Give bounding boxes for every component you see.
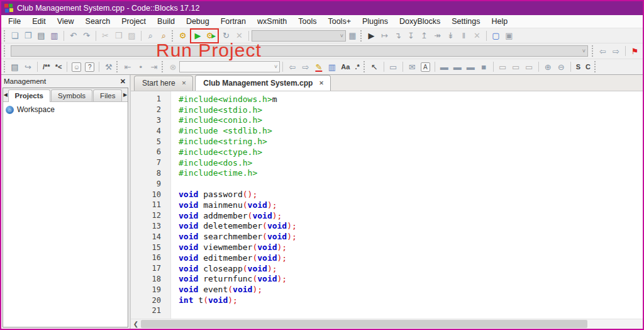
menu-wxsmith[interactable]: wxSmith bbox=[252, 16, 292, 27]
code-line[interactable]: 19void event(void); bbox=[131, 284, 643, 295]
wxsmith-border-right-button[interactable]: ▭ bbox=[509, 60, 523, 73]
code-line[interactable]: 9 bbox=[131, 178, 643, 189]
tab-files[interactable]: Files bbox=[93, 89, 122, 101]
code-line[interactable]: 14void searchmember(void); bbox=[131, 231, 643, 242]
menu-file[interactable]: File bbox=[3, 16, 26, 27]
menu-tools-[interactable]: Tools+ bbox=[322, 16, 356, 27]
tab-close-icon[interactable]: ✕ bbox=[182, 80, 187, 86]
search-selection-only-button[interactable]: ▥ bbox=[325, 60, 338, 73]
zoom-out-button[interactable]: ⊖ bbox=[555, 60, 568, 73]
tabs-scroll-right-icon[interactable]: ▶ bbox=[123, 88, 128, 101]
jump-marker-icon[interactable]: • bbox=[134, 60, 147, 73]
wxsmith-sizer-h-button[interactable]: ▬ bbox=[438, 60, 451, 73]
doxy-extract-docs-button[interactable]: ▤ bbox=[8, 60, 21, 73]
wxsmith-border-all-button[interactable]: ▭ bbox=[523, 60, 536, 73]
browse-forward-button[interactable]: ⇨ bbox=[609, 45, 623, 57]
debugging-windows-icon[interactable]: ▢ bbox=[489, 30, 502, 42]
code-line[interactable]: 7#include<dos.h> bbox=[131, 157, 643, 168]
toolbar-grip[interactable] bbox=[4, 61, 7, 72]
step-into-instruction-button[interactable]: ↡ bbox=[444, 30, 457, 42]
regex-button[interactable]: .* bbox=[352, 63, 362, 71]
code-line[interactable]: 1#include<windows.h>m bbox=[131, 94, 643, 105]
search-next-button[interactable]: ⇨ bbox=[299, 60, 312, 73]
undo-button[interactable]: ↶ bbox=[67, 30, 80, 42]
code-line[interactable]: 20int t(void); bbox=[131, 295, 643, 305]
code-line[interactable]: 13void deletemember(void); bbox=[131, 221, 643, 232]
highlight-occurrences-button[interactable]: ✎ bbox=[312, 60, 325, 73]
doxy-line-comment-button[interactable]: *< bbox=[53, 63, 65, 71]
match-case-button[interactable]: Aa bbox=[338, 63, 352, 71]
editor-tab-club-management-system-cpp[interactable]: Club Management System.cpp✕ bbox=[195, 75, 331, 91]
next-instruction-button[interactable]: ↠ bbox=[431, 30, 444, 42]
code-line[interactable]: 21 bbox=[131, 305, 643, 316]
code-line[interactable]: 6#include<ctype.h> bbox=[131, 147, 643, 157]
menu-edit[interactable]: Edit bbox=[26, 16, 52, 27]
zoom-in-button[interactable]: ⊕ bbox=[541, 60, 555, 73]
find-button[interactable]: ⌕ bbox=[144, 30, 157, 42]
wxsmith-pointer-button[interactable]: ↖ bbox=[368, 60, 381, 73]
toolbar-grip[interactable] bbox=[162, 61, 165, 72]
scroll-left-button[interactable]: ❮ bbox=[131, 319, 141, 329]
toolbar-grip[interactable] bbox=[594, 61, 597, 72]
code-line[interactable]: 3#include<conio.h> bbox=[131, 115, 643, 126]
wxsmith-panel-button[interactable]: ■ bbox=[477, 60, 491, 73]
wxsmith-source-button[interactable]: S bbox=[574, 63, 583, 71]
incremental-search-combo[interactable]: ˅ bbox=[179, 61, 280, 72]
new-file-button[interactable]: ❏ bbox=[8, 30, 21, 42]
memory-dump-icon[interactable]: ▣ bbox=[502, 30, 516, 42]
wxsmith-border-left-button[interactable]: ▭ bbox=[496, 60, 509, 73]
code-completion-scope-combo[interactable]: ˅ bbox=[11, 45, 588, 57]
menu-help[interactable]: Help bbox=[486, 16, 513, 27]
tabs-scroll-left-icon[interactable]: ◀ bbox=[3, 88, 8, 101]
toolbar-grip[interactable] bbox=[4, 45, 7, 57]
build-target-combo[interactable]: ˅ bbox=[252, 30, 346, 42]
menu-settings[interactable]: Settings bbox=[446, 16, 486, 27]
save-button[interactable]: ▤ bbox=[35, 30, 48, 42]
run-to-cursor-button[interactable]: ↦ bbox=[378, 30, 391, 42]
toolbar-grip[interactable] bbox=[4, 30, 7, 42]
toolbar-grip[interactable] bbox=[360, 30, 364, 42]
toolbar-grip[interactable] bbox=[364, 61, 367, 72]
menu-build[interactable]: Build bbox=[152, 16, 180, 27]
toolbar-grip[interactable] bbox=[116, 61, 119, 72]
doxy-run-html-button[interactable]: ↪ bbox=[21, 60, 35, 73]
code-line[interactable]: 5#include<string.h> bbox=[131, 136, 643, 147]
bookmark-flag-icon[interactable]: ⚑ bbox=[628, 45, 641, 57]
code-line[interactable]: 16void editmember(void); bbox=[131, 253, 643, 263]
tab-projects[interactable]: Projects bbox=[8, 89, 50, 102]
code-line[interactable]: 15void viewmember(void); bbox=[131, 242, 643, 253]
code-line[interactable]: 17void closeapp(void); bbox=[131, 263, 643, 274]
doxy-settings-wrench-button[interactable]: ⚒ bbox=[102, 60, 115, 73]
open-file-button[interactable]: ❐ bbox=[21, 30, 35, 42]
step-out-button[interactable]: ↥ bbox=[418, 30, 431, 42]
menu-doxyblocks[interactable]: DoxyBlocks bbox=[394, 16, 446, 27]
jump-back-button[interactable]: ⇤ bbox=[121, 60, 134, 73]
code-line[interactable]: 4#include <stdlib.h> bbox=[131, 125, 643, 136]
redo-button[interactable]: ↷ bbox=[80, 30, 93, 42]
code-line[interactable]: 11void mainmenu(void); bbox=[131, 200, 643, 210]
wxsmith-text-button[interactable]: A bbox=[419, 60, 432, 73]
tab-symbols[interactable]: Symbols bbox=[51, 89, 92, 101]
debug-continue-button[interactable]: ▶ bbox=[365, 30, 378, 42]
step-into-button[interactable]: ↧ bbox=[404, 30, 418, 42]
search-prev-button[interactable]: ⇦ bbox=[286, 60, 299, 73]
menu-search[interactable]: Search bbox=[80, 16, 116, 27]
doxy-smiley-icon[interactable]: ☺ bbox=[70, 60, 83, 73]
menu-tools[interactable]: Tools bbox=[292, 16, 322, 27]
code-line[interactable]: 10void password(); bbox=[131, 189, 643, 200]
code-line[interactable]: 18void returnfunc(void); bbox=[131, 274, 643, 285]
menu-debug[interactable]: Debug bbox=[180, 16, 215, 27]
scrollbar-thumb[interactable] bbox=[141, 320, 587, 328]
menu-view[interactable]: View bbox=[52, 16, 80, 27]
wxsmith-sizer-grid-button[interactable]: ▬ bbox=[464, 60, 477, 73]
wxsmith-sizer-v-button[interactable]: ▬ bbox=[451, 60, 464, 73]
menu-fortran[interactable]: Fortran bbox=[215, 16, 252, 27]
doxy-block-comment-button[interactable]: /** bbox=[40, 63, 53, 71]
code-line[interactable]: 8#include<time.h> bbox=[131, 168, 643, 179]
wxsmith-envelope-button[interactable]: ✉ bbox=[406, 60, 419, 73]
tab-close-icon[interactable]: ✕ bbox=[319, 80, 324, 86]
menu-plugins[interactable]: Plugins bbox=[357, 16, 394, 27]
next-line-button[interactable]: ↴ bbox=[391, 30, 404, 42]
code-editor[interactable]: 1#include<windows.h>m2#include<stdio.h>3… bbox=[131, 91, 643, 329]
code-line[interactable]: 12void addmember(void); bbox=[131, 210, 643, 221]
